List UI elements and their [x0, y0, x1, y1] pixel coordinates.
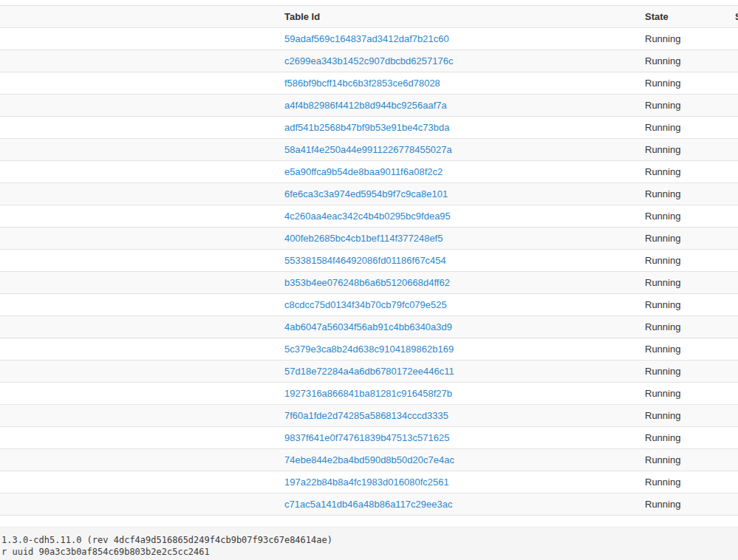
- uuid-text: r uuid 90a3c3b0af854c69b803b2e2c5cc2461: [1, 546, 732, 558]
- table-id-cell: b353b4ee076248b6a6b5120668d4ff62: [279, 272, 639, 293]
- table-id-cell: f586bf9bcff14bc6b3f2853ce6d78028: [279, 72, 639, 94]
- table-id-link[interactable]: 74ebe844e2ba4bd590d8b50d20c7e4ac: [284, 454, 454, 465]
- table-id-link[interactable]: 400feb2685bc4cb1bef114f377248ef5: [284, 233, 443, 244]
- table-id-cell: 74ebe844e2ba4bd590d8b50d20c7e4ac: [279, 449, 639, 471]
- table-row: 5c379e3ca8b24d638c9104189862b169 Running: [0, 338, 738, 360]
- table-id-link[interactable]: 57d18e72284a4a6db6780172ee446c11: [284, 366, 454, 377]
- table-name-cell: [0, 95, 279, 116]
- table-id-link[interactable]: 553381584f46492086fd01186f67c454: [284, 255, 446, 266]
- table-id-link[interactable]: 5c379e3ca8b24d638c9104189862b169: [284, 344, 454, 355]
- table-id-cell: 9837f641e0f74761839b47513c571625: [279, 427, 639, 448]
- state-cell: Running: [639, 427, 729, 448]
- table-row: 74ebe844e2ba4bd590d8b50d20c7e4ac Running: [0, 448, 738, 471]
- table-row: 400feb2685bc4cb1bef114f377248ef5 Running: [0, 227, 738, 249]
- table-name-cell: [0, 161, 279, 182]
- extra-cell: [729, 117, 738, 138]
- table-id-link[interactable]: 59adaf569c164837ad3412daf7b21c60: [284, 33, 449, 44]
- extra-cell: [729, 294, 738, 315]
- state-cell: Running: [639, 183, 729, 205]
- table-id-link[interactable]: adf541b2568b47bf9b53e91be4c73bda: [284, 122, 449, 133]
- state-cell: Running: [639, 139, 729, 160]
- table-id-link[interactable]: 197a22b84b8a4fc1983d016080fc2561: [284, 477, 449, 488]
- table-name-cell: [0, 28, 279, 49]
- table-id-link[interactable]: 1927316a866841ba81281c916458f27b: [284, 388, 452, 399]
- table-row: 1927316a866841ba81281c916458f27b Running: [0, 382, 738, 404]
- table-name-cell: [0, 383, 279, 404]
- extra-cell: [729, 449, 738, 471]
- table-id-cell: 7f60a1fde2d74285a5868134cccd3335: [279, 405, 639, 426]
- extra-cell: [729, 205, 738, 227]
- table-rows: 59adaf569c164837ad3412daf7b21c60 Running…: [0, 27, 738, 515]
- table-id-cell: 6fe6ca3c3a974ed5954b9f7c9ca8e101: [279, 183, 639, 205]
- table-row: 9837f641e0f74761839b47513c571625 Running: [0, 426, 738, 448]
- state-cell: Running: [639, 449, 729, 471]
- table-row: b353b4ee076248b6a6b5120668d4ff62 Running: [0, 271, 738, 293]
- table-id-cell: 400feb2685bc4cb1bef114f377248ef5: [279, 228, 639, 249]
- table-id-cell: 553381584f46492086fd01186f67c454: [279, 250, 639, 271]
- extra-cell: [729, 50, 738, 72]
- table-row: e5a90ffca9b54de8baa9011f6a08f2c2 Running: [0, 160, 738, 182]
- table-id-link[interactable]: 4c260aa4eac342c4b4b0295bc9fdea95: [284, 211, 451, 222]
- table-id-cell: a4f4b82986f4412b8d944bc9256aaf7a: [279, 95, 639, 116]
- table-id-cell: 5c379e3ca8b24d638c9104189862b169: [279, 338, 639, 360]
- table-name-cell: [0, 183, 279, 205]
- state-cell: Running: [639, 405, 729, 426]
- table-name-cell: [0, 205, 279, 227]
- state-cell: Running: [639, 161, 729, 182]
- extra-cell: [729, 139, 738, 160]
- state-cell: Running: [639, 471, 729, 493]
- table-name-cell: [0, 449, 279, 471]
- col-header-state: State: [639, 6, 729, 27]
- table-id-cell: 58a41f4e250a44e9911226778455027a: [279, 139, 639, 160]
- table-name-cell: [0, 72, 279, 94]
- table-id-link[interactable]: e5a90ffca9b54de8baa9011f6a08f2c2: [284, 166, 443, 177]
- table-id-link[interactable]: a4f4b82986f4412b8d944bc9256aaf7a: [284, 100, 447, 111]
- table-id-link[interactable]: 9837f641e0f74761839b47513c571625: [284, 432, 449, 443]
- table-id-link[interactable]: c71ac5a141db46a48b86a117c29ee3ac: [284, 499, 452, 510]
- table-row: 59adaf569c164837ad3412daf7b21c60 Running: [0, 27, 738, 49]
- footer: 1.3.0-cdh5.11.0 (rev 4dcf4a9d516865d249f…: [0, 527, 738, 560]
- col-header-table-id: Table Id: [279, 6, 639, 27]
- table-header-row: Table Id State S: [0, 5, 738, 27]
- table-row: a4f4b82986f4412b8d944bc9256aaf7a Running: [0, 94, 738, 116]
- table-id-cell: 4ab6047a56034f56ab91c4bb6340a3d9: [279, 316, 639, 338]
- table-name-cell: [0, 338, 279, 360]
- state-cell: Running: [639, 117, 729, 138]
- table-id-link[interactable]: b353b4ee076248b6a6b5120668d4ff62: [284, 277, 450, 288]
- table-name-cell: [0, 294, 279, 315]
- table-id-cell: c71ac5a141db46a48b86a117c29ee3ac: [279, 494, 639, 515]
- table-row: c2699ea343b1452c907dbcbd6257176c Running: [0, 49, 738, 72]
- state-cell: Running: [639, 205, 729, 227]
- table-name-cell: [0, 50, 279, 72]
- table-name-cell: [0, 139, 279, 160]
- table-id-cell: 57d18e72284a4a6db6780172ee446c11: [279, 361, 639, 382]
- table-id-link[interactable]: c8cdcc75d0134f34b70cb79fc079e525: [284, 299, 447, 310]
- table-name-cell: [0, 228, 279, 249]
- table-id-cell: 4c260aa4eac342c4b4b0295bc9fdea95: [279, 205, 639, 227]
- table-name-cell: [0, 361, 279, 382]
- table-row: 197a22b84b8a4fc1983d016080fc2561 Running: [0, 471, 738, 493]
- table-id-link[interactable]: c2699ea343b1452c907dbcbd6257176c: [284, 55, 453, 66]
- extra-cell: [729, 95, 738, 116]
- table-row: c8cdcc75d0134f34b70cb79fc079e525 Running: [0, 293, 738, 315]
- table-row: 7f60a1fde2d74285a5868134cccd3335 Running: [0, 404, 738, 426]
- table-id-link[interactable]: 4ab6047a56034f56ab91c4bb6340a3d9: [284, 321, 452, 332]
- table-id-link[interactable]: 6fe6ca3c3a974ed5954b9f7c9ca8e101: [284, 188, 448, 199]
- extra-cell: [729, 183, 738, 205]
- table-id-link[interactable]: f586bf9bcff14bc6b3f2853ce6d78028: [284, 78, 440, 89]
- table-id-cell: 1927316a866841ba81281c916458f27b: [279, 383, 639, 404]
- table-id-link[interactable]: 7f60a1fde2d74285a5868134cccd3335: [284, 410, 448, 421]
- table-name-cell: [0, 494, 279, 515]
- extra-cell: [729, 272, 738, 293]
- col-header-extra: S: [729, 6, 738, 27]
- table-row: 6fe6ca3c3a974ed5954b9f7c9ca8e101 Running: [0, 182, 738, 205]
- table-row: 4ab6047a56034f56ab91c4bb6340a3d9 Running: [0, 315, 738, 338]
- extra-cell: [729, 161, 738, 182]
- col-header-table-name: [0, 6, 279, 27]
- table-name-cell: [0, 405, 279, 426]
- extra-cell: [729, 383, 738, 404]
- table-id-cell: adf541b2568b47bf9b53e91be4c73bda: [279, 117, 639, 138]
- table-id-link[interactable]: 58a41f4e250a44e9911226778455027a: [284, 144, 452, 155]
- state-cell: Running: [639, 338, 729, 360]
- state-cell: Running: [639, 228, 729, 249]
